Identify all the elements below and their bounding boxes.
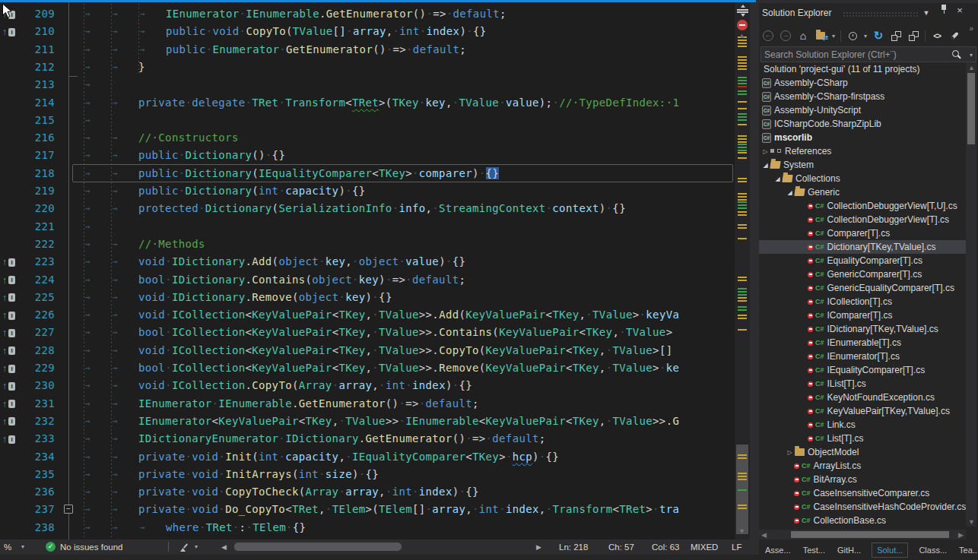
scroll-up-icon[interactable]: ▲ bbox=[738, 32, 745, 40]
tree-row[interactable]: C#EqualityComparer[T].cs bbox=[759, 254, 966, 267]
implements-interface-icon[interactable]: ↑I bbox=[2, 292, 15, 304]
line-number[interactable]: 238 bbox=[15, 519, 55, 536]
pin-icon[interactable] bbox=[940, 5, 948, 14]
editor-vertical-scrollbar[interactable]: ▲ ▼ bbox=[735, 2, 750, 539]
search-icon[interactable] bbox=[952, 50, 962, 60]
back-button[interactable]: ← bbox=[762, 29, 774, 43]
tree-row[interactable]: C#GenericComparer[T].cs bbox=[759, 267, 966, 281]
code-line-226[interactable]: void·ICollection<KeyValuePair<TKey,·TVal… bbox=[138, 306, 679, 324]
tree-row[interactable]: C#Comparer[T].cs bbox=[759, 226, 966, 240]
code-line-238[interactable]: where·TRet·:·TElem·{} bbox=[166, 519, 306, 536]
code-line-223[interactable]: void·IDictionary.Add(object·key,·object·… bbox=[138, 253, 465, 271]
panel-tab-tea[interactable]: Tea... bbox=[957, 543, 978, 557]
tree-row[interactable]: C#List[T].cs bbox=[759, 432, 966, 445]
line-number[interactable]: 209 bbox=[15, 5, 55, 23]
code-line-214[interactable]: private·delegate·TRet·Transform<TRet>(TK… bbox=[138, 94, 679, 112]
line-number[interactable]: 212 bbox=[15, 59, 55, 76]
line-number[interactable]: 223 bbox=[15, 253, 55, 271]
hscroll-thumb[interactable] bbox=[234, 543, 402, 551]
panel-menu-dropdown-icon[interactable]: ▼ bbox=[920, 7, 932, 19]
code-line-235[interactable]: private·void·InitArrays(int·size)·{} bbox=[138, 466, 379, 483]
tree-row[interactable]: C#mscorlib bbox=[759, 131, 966, 144]
line-number[interactable]: 217 bbox=[15, 147, 55, 164]
implements-interface-icon[interactable]: ↑I bbox=[2, 380, 15, 392]
line-number[interactable]: 237 bbox=[15, 501, 55, 518]
code-line-227[interactable]: bool·ICollection<KeyValuePair<TKey,·TVal… bbox=[138, 324, 672, 341]
implements-interface-icon[interactable]: ↑I bbox=[2, 398, 15, 410]
code-line-217[interactable]: public·Dictionary()·{} bbox=[138, 147, 285, 164]
tree-row[interactable]: C#Assembly-CSharp-firstpass bbox=[759, 90, 966, 103]
tree-row[interactable]: Solution 'project-gui' (11 of 11 project… bbox=[759, 62, 966, 76]
tree-row[interactable]: C#IEnumerable[T].cs bbox=[759, 336, 966, 350]
tree-row[interactable]: C#IEnumerator[T].cs bbox=[759, 350, 966, 363]
tree-row[interactable]: C#BitArray.cs bbox=[759, 473, 966, 486]
panel-tab-test[interactable]: Test... bbox=[802, 543, 827, 557]
editor-splitter-icon[interactable] bbox=[737, 5, 748, 16]
tree-row[interactable]: C#KeyNotFoundException.cs bbox=[759, 391, 966, 404]
line-number[interactable]: 235 bbox=[15, 466, 55, 483]
tree-row[interactable]: C#IList[T].cs bbox=[759, 377, 966, 391]
tree-vertical-scrollbar[interactable]: ▲ ▼ bbox=[966, 62, 976, 527]
code-line-218[interactable]: public·Dictionary(IEqualityComparer<TKey… bbox=[138, 165, 499, 182]
line-number[interactable]: 211 bbox=[15, 41, 55, 59]
expander-expanded-icon[interactable]: ◢ bbox=[773, 176, 783, 182]
view-code-icon[interactable]: <> bbox=[931, 29, 943, 43]
pending-changes-filter-icon[interactable] bbox=[846, 29, 859, 43]
tree-row[interactable]: ▷ObjectModel bbox=[759, 445, 966, 459]
line-number[interactable]: 229 bbox=[15, 359, 55, 377]
search-dropdown-icon[interactable]: ▾ bbox=[970, 52, 973, 59]
expander-collapsed-icon[interactable]: ▷ bbox=[785, 449, 795, 456]
code-line-231[interactable]: IEnumerator·IEnumerable.GetEnumerator()·… bbox=[138, 395, 479, 413]
code-line-229[interactable]: bool·ICollection<KeyValuePair<TKey,·TVal… bbox=[138, 359, 679, 377]
scroll-down-icon[interactable]: ▼ bbox=[968, 518, 975, 526]
expander-expanded-icon[interactable]: ◢ bbox=[785, 189, 795, 196]
implements-interface-icon[interactable]: ↑I bbox=[2, 362, 15, 375]
code-line-233[interactable]: IDictionaryEnumerator·IDictionary.GetEnu… bbox=[138, 430, 546, 448]
line-number[interactable]: 216 bbox=[15, 129, 55, 147]
line-number[interactable]: 213 bbox=[15, 76, 55, 93]
tree-row[interactable]: C#ArrayList.cs bbox=[759, 459, 966, 473]
tree-row[interactable]: C#ICollection[T].cs bbox=[759, 295, 966, 308]
implements-interface-icon[interactable]: ↑I bbox=[2, 416, 15, 428]
code-line-219[interactable]: public·Dictionary(int·capacity)·{} bbox=[138, 182, 366, 200]
line-number[interactable]: 221 bbox=[15, 218, 55, 236]
tree-row[interactable]: C#CollectionDebuggerView[T,U].cs bbox=[759, 199, 966, 213]
tree-row[interactable]: C#KeyValuePair[TKey,TValue].cs bbox=[759, 404, 966, 418]
line-number[interactable]: 232 bbox=[15, 413, 55, 430]
line-number[interactable]: 225 bbox=[15, 289, 55, 306]
code-line-222[interactable]: //·Methods bbox=[138, 236, 205, 253]
scroll-right-icon[interactable]: ▶ bbox=[958, 531, 964, 539]
code-line-209[interactable]: IEnumerator·IEnumerable.GetEnumerator()·… bbox=[166, 5, 506, 23]
home-icon[interactable]: ⌂ bbox=[797, 29, 809, 43]
panel-tab-solut[interactable]: Solut... bbox=[872, 543, 908, 558]
panel-drag-grip[interactable] bbox=[843, 11, 919, 17]
line-number[interactable]: 215 bbox=[15, 112, 55, 129]
scrollbar-thumb[interactable] bbox=[967, 73, 975, 144]
expander-collapsed-icon[interactable]: ▷ bbox=[760, 148, 770, 155]
code-line-236[interactable]: private·void·CopyToCheck(Array·array,·in… bbox=[138, 483, 479, 501]
code-line-210[interactable]: public·void·CopyTo(TValue[]·array,·int·i… bbox=[166, 23, 487, 40]
line-number[interactable]: 222 bbox=[15, 236, 55, 253]
zoom-control[interactable]: % bbox=[4, 539, 11, 555]
coll apse-all-icon[interactable] bbox=[890, 29, 902, 43]
code-line-216[interactable]: //·Constructors bbox=[138, 129, 239, 147]
line-number[interactable]: 218 bbox=[15, 165, 55, 182]
filter-dropdown-icon[interactable]: ▾ bbox=[864, 33, 867, 40]
search-input[interactable] bbox=[764, 47, 947, 62]
hscroll-left-icon[interactable]: ◀ bbox=[221, 539, 227, 555]
scroll-up-icon[interactable]: ▲ bbox=[968, 64, 975, 71]
implements-interface-icon[interactable]: ↑I bbox=[2, 26, 15, 38]
implements-interface-icon[interactable]: ↑I bbox=[2, 309, 15, 321]
line-number[interactable]: 214 bbox=[15, 94, 55, 112]
code-line-211[interactable]: public·Enumerator·GetEnumerator()·=>·def… bbox=[166, 41, 466, 59]
tree-row[interactable]: C#Dictionary[TKey,TValue].cs bbox=[759, 240, 966, 254]
expander-expanded-icon[interactable]: ◢ bbox=[760, 162, 770, 169]
line-number[interactable]: 233 bbox=[15, 430, 55, 448]
tree-row[interactable]: ▷References bbox=[759, 144, 966, 158]
code-editor[interactable]: − 209↑I→→→IEnumerator·IEnumerable.GetEnu… bbox=[0, 0, 750, 539]
issues-status[interactable]: No issues found bbox=[60, 539, 122, 555]
tree-row[interactable]: ◢Generic bbox=[759, 185, 966, 199]
toolbar-overflow-icon[interactable]: » bbox=[969, 24, 973, 33]
tree-row[interactable]: C#CaseInsensitiveComparer.cs bbox=[759, 486, 966, 500]
tree-row[interactable]: C#CollectionBase.cs bbox=[759, 514, 966, 527]
